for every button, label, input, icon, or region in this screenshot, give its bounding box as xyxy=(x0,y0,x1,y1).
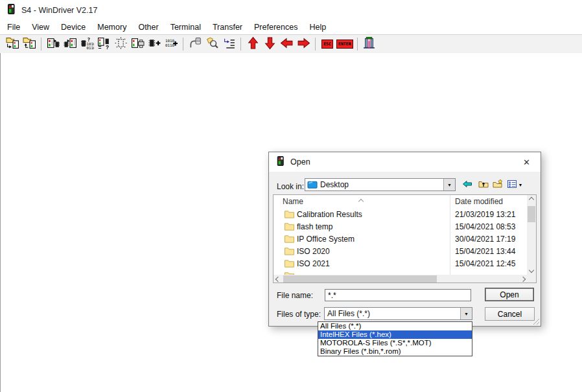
folder-icon xyxy=(285,247,294,258)
files-of-type-dropdown: All Files (*.*)IntelHEX Files (*.hex)MOT… xyxy=(318,321,472,356)
look-in-combobox[interactable]: Desktop ▼ xyxy=(305,178,456,191)
menu-view[interactable]: View xyxy=(26,21,55,33)
esc-key-button[interactable]: ESC xyxy=(319,36,336,52)
file-date: 15/04/2021 08:53 xyxy=(455,222,515,231)
type-option[interactable]: Binary Files (*.bin,*.rom) xyxy=(318,347,472,356)
connect-button[interactable] xyxy=(187,36,204,52)
svg-text:0110: 0110 xyxy=(86,46,94,50)
look-in-label: Look in: xyxy=(277,182,304,191)
menu-transfer[interactable]: Transfer xyxy=(207,21,248,33)
folder-icon xyxy=(285,259,294,270)
arrow-down-button[interactable] xyxy=(261,36,278,52)
file-row-partial[interactable] xyxy=(274,270,526,275)
file-row[interactable]: ISO 202115/04/2021 12:45 xyxy=(274,258,526,270)
file-name-label: File name: xyxy=(277,291,313,300)
toolbar-separator xyxy=(183,38,183,51)
dialog-title: Open xyxy=(290,157,310,167)
back-button[interactable] xyxy=(461,179,474,190)
file-row[interactable]: Calibration Results21/03/2019 13:21 xyxy=(274,209,526,221)
arrow-right-button[interactable] xyxy=(295,36,312,52)
open-button[interactable]: Open xyxy=(485,288,534,301)
new-folder-button[interactable] xyxy=(491,179,504,190)
files-of-type-combobox[interactable]: All Files (*.*) ▼ xyxy=(324,307,472,320)
type-option-selected[interactable]: IntelHEX Files (*.hex) xyxy=(318,330,472,339)
view-menu-caret-icon: ▼ xyxy=(518,183,523,187)
horizontal-scroll-thumb[interactable] xyxy=(283,275,437,283)
toolbar-separator xyxy=(240,38,241,51)
file-name: ISO 2021 xyxy=(297,259,330,268)
menu-device[interactable]: Device xyxy=(55,21,91,33)
arrow-left-button[interactable] xyxy=(278,36,295,52)
files-of-type-label: Files of type: xyxy=(277,310,321,319)
up-one-level-button[interactable] xyxy=(477,179,490,190)
file-date: 21/03/2019 13:21 xyxy=(455,210,515,219)
write-device-button[interactable] xyxy=(45,36,62,52)
arrow-up-button[interactable] xyxy=(244,36,261,52)
resize-grip[interactable] xyxy=(533,318,540,325)
file-date: 30/04/2021 17:19 xyxy=(455,235,515,244)
sort-ascending-icon[interactable] xyxy=(359,196,363,205)
file-name-input[interactable] xyxy=(325,289,471,301)
column-header-date-modified[interactable]: Date modified xyxy=(455,197,503,206)
search-button[interactable] xyxy=(204,36,220,52)
scroll-up-icon[interactable] xyxy=(527,195,536,204)
cancel-button[interactable]: Cancel xyxy=(485,307,535,321)
column-header-name[interactable]: Name xyxy=(283,197,303,206)
arrow-down-icon xyxy=(263,36,277,52)
scrollbar-corner xyxy=(526,275,536,283)
auto-sequence-button[interactable] xyxy=(220,36,237,52)
folder-icon xyxy=(285,222,294,233)
svg-text:1010: 1010 xyxy=(165,39,174,43)
vertical-scroll-thumb[interactable] xyxy=(528,206,535,222)
close-icon[interactable]: ✕ xyxy=(519,157,534,167)
file-date: 15/04/2021 12:45 xyxy=(455,259,515,268)
toolbar: ?10100110=?10100110ESCENTER xyxy=(0,34,582,54)
back-arrow-icon xyxy=(462,179,472,191)
pattern-add-icon: 10100110 xyxy=(165,36,178,52)
menu-memory[interactable]: Memory xyxy=(91,21,132,33)
type-option[interactable]: All Files (*.*) xyxy=(318,322,472,330)
menu-help[interactable]: Help xyxy=(303,21,332,33)
verify-device-button[interactable]: =? xyxy=(95,36,112,52)
app-icon xyxy=(6,4,16,16)
type-option[interactable]: MOTOROLA-S Files (*.S*,*.MOT) xyxy=(318,339,472,347)
scroll-left-icon[interactable] xyxy=(274,275,283,283)
file-row[interactable]: flash temp15/04/2021 08:53 xyxy=(274,221,526,233)
save-buffer-to-file-button[interactable] xyxy=(21,36,38,52)
search-icon xyxy=(205,36,219,52)
blank-check-icon xyxy=(114,36,128,52)
enter-key-button[interactable]: ENTER xyxy=(336,36,354,52)
open-file-to-buffer-button[interactable] xyxy=(4,36,21,52)
read-device-icon xyxy=(64,36,77,52)
blank-check-button[interactable] xyxy=(112,36,129,52)
file-row[interactable]: IP Office System30/04/2021 17:19 xyxy=(274,233,526,246)
menu-terminal[interactable]: Terminal xyxy=(165,21,207,33)
menu-other[interactable]: Other xyxy=(132,21,164,33)
view-menu-button[interactable]: ▼ xyxy=(506,179,524,190)
toolbar-separator xyxy=(315,38,316,51)
horizontal-scrollbar[interactable] xyxy=(274,275,528,283)
files-of-type-dropdown-arrow-icon[interactable]: ▼ xyxy=(460,308,472,319)
file-name: flash temp xyxy=(297,222,332,231)
vertical-scrollbar[interactable] xyxy=(527,195,536,275)
pattern-add-button[interactable]: 10100110 xyxy=(163,36,180,52)
file-row[interactable]: ISO 202015/04/2021 13:44 xyxy=(274,246,526,258)
file-list[interactable]: Name Date modified Calibration Results21… xyxy=(273,194,537,283)
window-title: S4 - WinDriver V2.17 xyxy=(21,6,97,15)
program-device-button[interactable] xyxy=(129,36,146,52)
scroll-down-icon[interactable] xyxy=(527,266,536,275)
window-titlebar: S4 - WinDriver V2.17 xyxy=(0,0,582,20)
folder-icon xyxy=(285,235,294,246)
device-id-icon: ?10100110 xyxy=(80,36,94,52)
menu-preferences[interactable]: Preferences xyxy=(248,21,303,33)
device-id-button[interactable]: ?10100110 xyxy=(78,36,95,52)
look-in-dropdown-arrow-icon[interactable]: ▼ xyxy=(443,179,455,190)
read-device-button[interactable] xyxy=(62,36,78,52)
esc-key-icon: ESC xyxy=(321,40,333,49)
auto-sequence-icon xyxy=(222,36,236,52)
chip-add-button[interactable] xyxy=(146,36,163,52)
up-folder-icon xyxy=(478,179,489,191)
open-dialog: Open ✕ Look in: Desktop ▼ ▼ Name Date mo… xyxy=(268,152,541,327)
menu-file[interactable]: File xyxy=(1,21,26,33)
exit-button[interactable] xyxy=(361,36,378,52)
